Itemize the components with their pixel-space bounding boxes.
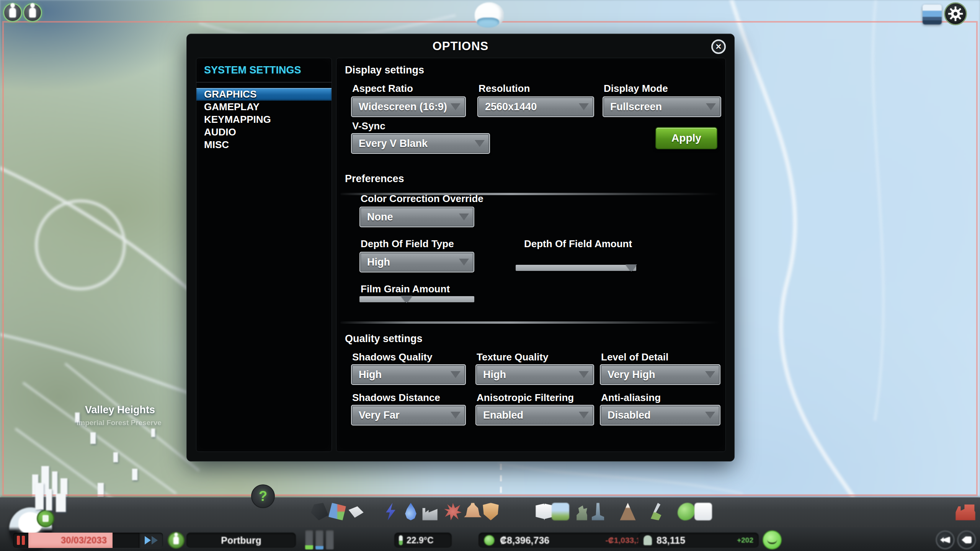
sidebar-item-gameplay[interactable]: GAMEPLAY (196, 101, 332, 113)
helmet-visor-icon (477, 18, 499, 28)
map-building (113, 452, 118, 462)
sidebar-item-keymapping[interactable]: KEYMAPPING (196, 113, 332, 126)
aspect-ratio-value: Widescreen (16:9) (359, 101, 447, 113)
close-button[interactable]: ✕ (711, 39, 726, 54)
budget-display[interactable]: ₡8,396,736 -₡1,033,117 (479, 533, 655, 548)
chirper-citizen-button[interactable] (23, 3, 42, 22)
arrow-icon (962, 536, 972, 543)
smile-icon (767, 539, 777, 544)
anisotropic-filtering-label: Anisotropic Filtering (477, 392, 574, 404)
dof-amount-label: Depth Of Field Amount (524, 238, 632, 250)
industrial-demand-bar[interactable] (326, 530, 334, 549)
shadows-quality-label: Shadows Quality (352, 351, 433, 363)
shadows-distance-label: Shadows Distance (352, 392, 440, 404)
question-mark-icon: ? (259, 488, 267, 504)
map-building (98, 483, 104, 497)
dof-type-dropdown[interactable]: High (359, 252, 474, 272)
film-grain-slider[interactable] (359, 296, 474, 302)
person-icon (173, 536, 179, 544)
temperature-display[interactable]: 22.9°C (394, 533, 452, 548)
anisotropic-filtering-value: Enabled (483, 409, 523, 421)
money-coin-icon (484, 535, 495, 546)
game-screen: Valley Heights Imperial Forest Preserve (0, 0, 980, 551)
shadows-quality-dropdown[interactable]: High (351, 364, 466, 385)
preferences-heading: Preferences (345, 173, 404, 185)
sidebar-divider (196, 82, 332, 83)
dof-amount-slider[interactable] (516, 265, 636, 271)
happiness-face-button[interactable] (763, 530, 782, 549)
map-guide-dashes (500, 464, 502, 495)
section-divider (340, 321, 719, 324)
resolution-value: 980x551 (485, 101, 537, 113)
advisor-help-button[interactable]: ? (251, 484, 275, 508)
citizen-happiness-button[interactable] (168, 532, 185, 549)
chirper-mascot-button[interactable] (472, 1, 507, 32)
graphics-settings-panel: Display settings Aspect Ratio Widescreen… (336, 58, 726, 452)
screenshot-button[interactable] (957, 530, 976, 549)
sidebar-header: SYSTEM SETTINGS (204, 64, 301, 76)
city-name-field[interactable]: Portburg (186, 533, 296, 548)
hud-building-graphic (56, 494, 66, 512)
date-text: 30/03/2033 (28, 535, 139, 546)
free-camera-button[interactable] (936, 530, 955, 549)
film-grain-label: Film Grain Amount (361, 283, 450, 295)
options-dialog: OPTIONS ✕ SYSTEM SETTINGS GRAPHICS GAMEP… (186, 34, 735, 461)
shadows-distance-dropdown[interactable]: Very Far (351, 405, 466, 425)
color-correction-value: None (367, 211, 393, 223)
dof-amount-slider-handle[interactable] (626, 264, 637, 272)
district-sublabel: Imperial Forest Preserve (77, 419, 162, 427)
residential-demand-bar[interactable] (305, 530, 313, 549)
commercial-demand-bar[interactable] (315, 530, 323, 549)
film-grain-slider-handle[interactable] (401, 296, 412, 303)
vsync-value: Every V Blank (359, 138, 428, 150)
population-display[interactable]: 83,115 +202 (638, 533, 759, 548)
anti-aliasing-dropdown[interactable]: Disabled (600, 405, 720, 425)
settings-menu-button[interactable] (944, 2, 967, 25)
apply-button[interactable]: Apply (655, 127, 717, 149)
sidebar-item-misc[interactable]: MISC (196, 139, 332, 151)
resolution-dropdown[interactable]: 980x551 (477, 96, 594, 117)
level-of-detail-label: Level of Detail (601, 351, 668, 363)
display-mode-dropdown[interactable]: Fullscreen (603, 96, 721, 117)
quality-settings-heading: Quality settings (345, 333, 423, 345)
commercial-demand-fill (315, 546, 323, 549)
resolution-label: Resolution (479, 83, 530, 95)
assets-icon[interactable] (694, 503, 712, 520)
population-delta: +202 (737, 536, 753, 544)
shadows-quality-value: High (359, 369, 382, 381)
pause-icon (22, 536, 25, 545)
gear-icon (948, 6, 963, 21)
color-correction-dropdown[interactable]: None (359, 207, 474, 227)
date-progress-bar: 30/03/2033 (28, 533, 139, 548)
play-icon (145, 536, 151, 544)
aspect-ratio-dropdown[interactable]: Widescreen (16:9) (351, 96, 466, 117)
display-settings-heading: Display settings (345, 64, 424, 76)
level-of-detail-dropdown[interactable]: Very High (600, 364, 720, 385)
dialog-title: OPTIONS (187, 39, 734, 53)
chirper-filter-button[interactable] (3, 3, 22, 22)
dof-type-value: High (367, 256, 390, 268)
pause-button[interactable] (13, 533, 28, 548)
texture-quality-label: Texture Quality (477, 351, 548, 363)
transport-icon[interactable] (552, 503, 569, 520)
population-count: 83,115 (657, 535, 685, 546)
temperature-value: 22.9°C (407, 535, 434, 546)
level-of-detail-value: Very High (608, 369, 655, 381)
sidebar-item-graphics[interactable]: GRAPHICS (196, 88, 332, 101)
happiness-badge-icon[interactable] (37, 510, 54, 527)
display-mode-label: Display Mode (604, 83, 668, 95)
anti-aliasing-label: Anti-aliasing (601, 392, 661, 404)
anisotropic-filtering-dropdown[interactable]: Enabled (475, 405, 594, 425)
color-correction-label: Color Correction Override (361, 193, 483, 205)
settings-sidebar: SYSTEM SETTINGS GRAPHICS GAMEPLAY KEYMAP… (196, 58, 332, 452)
shadows-distance-value: Very Far (359, 409, 400, 421)
vsync-dropdown[interactable]: Every V Blank (351, 133, 490, 154)
sidebar-item-audio[interactable]: AUDIO (196, 126, 332, 139)
hud-building-graphic (46, 489, 52, 510)
speed-controls[interactable] (139, 533, 163, 548)
pause-icon (17, 536, 20, 545)
map-building (132, 469, 137, 480)
screenshot-thumbnail-icon[interactable] (923, 5, 942, 24)
dof-type-label: Depth Of Field Type (361, 238, 454, 250)
texture-quality-dropdown[interactable]: High (475, 364, 594, 385)
